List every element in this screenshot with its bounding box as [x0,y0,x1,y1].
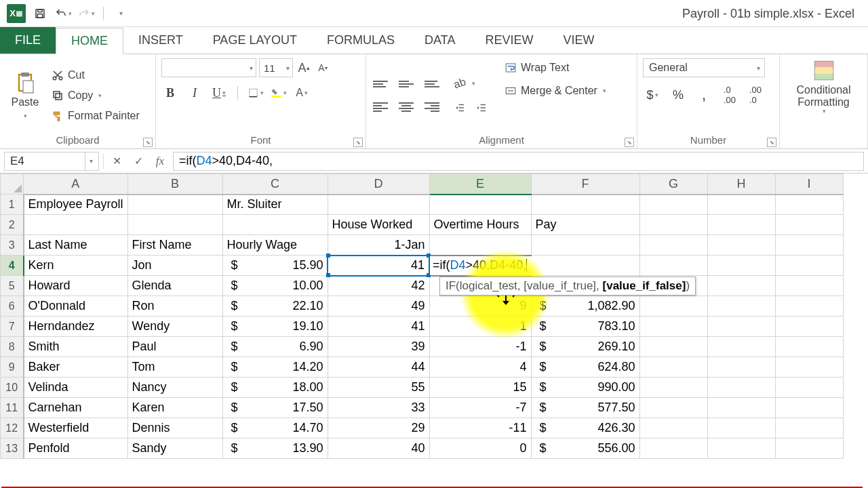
cell[interactable] [639,256,707,276]
cell[interactable]: Tom [127,357,222,378]
col-header-C[interactable]: C [222,174,328,195]
cell[interactable]: Paul [127,337,222,357]
cell[interactable]: Jon [127,256,222,276]
shrink-font-icon[interactable]: A▾ [315,60,331,76]
cell[interactable]: Nancy [127,378,222,398]
cell[interactable] [775,378,843,398]
col-header-E[interactable]: E [429,174,531,195]
excel-icon[interactable]: X≣ [7,4,26,23]
cell[interactable]: $990.00 [531,378,639,398]
row-header-10[interactable]: 10 [1,378,24,398]
paste-button[interactable]: Paste▾ [5,58,45,133]
merge-center-button[interactable]: Merge & Center▾ [499,81,612,100]
cell[interactable] [775,418,843,439]
cell[interactable] [707,317,775,337]
cell[interactable]: -11 [429,418,531,439]
cell[interactable]: Dennis [127,418,222,439]
cell[interactable] [639,337,707,357]
cell[interactable]: $22.10 [222,296,328,317]
bold-button[interactable]: B [161,84,179,102]
cancel-formula-icon[interactable]: ✕ [108,152,125,170]
worksheet-grid[interactable]: A B C D E F G H I 1 Employee Payroll Mr.… [0,174,868,459]
col-header-H[interactable]: H [707,174,775,195]
cell[interactable]: Glenda [127,276,222,296]
cell[interactable]: Mr. Sluiter [222,195,328,215]
cell[interactable]: Herndandez [24,317,128,337]
increase-indent-icon[interactable] [473,100,490,116]
cell[interactable] [707,378,775,398]
active-cell[interactable]: =if(D4>40,D4-40, [429,256,531,276]
col-header-F[interactable]: F [531,174,639,195]
row-header-3[interactable]: 3 [1,235,24,256]
cell[interactable] [707,337,775,357]
font-launcher-icon[interactable]: ⬊ [353,138,363,147]
cell[interactable] [775,296,843,317]
cell[interactable]: -7 [429,398,531,418]
tab-page-layout[interactable]: PAGE LAYOUT [198,27,312,54]
font-family-select[interactable] [161,58,256,77]
comma-format-icon[interactable]: , [694,87,713,103]
cell[interactable] [707,357,775,378]
table-row[interactable]: 9 Baker Tom $14.20 44 4 $624.80 [1,357,844,378]
tab-file[interactable]: FILE [0,27,56,54]
cell[interactable] [707,439,775,459]
align-middle-icon[interactable] [397,77,415,92]
table-row[interactable]: 10 Velinda Nancy $18.00 55 15 $990.00 [1,378,844,398]
row-header-5[interactable]: 5 [1,276,24,296]
cell[interactable] [707,398,775,418]
cell[interactable]: $783.10 [531,317,639,337]
cell[interactable]: $426.30 [531,418,639,439]
cell[interactable]: House Worked [328,215,429,235]
insert-function-icon[interactable]: fx [151,152,169,170]
orientation-icon[interactable]: ab [450,73,471,94]
cell[interactable]: 44 [328,357,429,378]
row-2[interactable]: 2 House Worked Overtime Hours Pay [1,215,844,235]
cell[interactable]: Sandy [127,439,222,459]
italic-button[interactable]: I [186,84,203,102]
formula-input[interactable]: =if(D4>40,D4-40, [173,152,864,171]
cell[interactable]: 15 [429,378,531,398]
cell[interactable] [775,276,843,296]
tab-review[interactable]: REVIEW [470,27,548,54]
border-icon[interactable]: ▾ [248,85,264,101]
cell[interactable]: Carnehan [24,398,128,418]
row-header-12[interactable]: 12 [1,418,24,439]
alignment-launcher-icon[interactable]: ⬊ [625,138,634,147]
col-header-B[interactable]: B [127,174,222,195]
row-header-7[interactable]: 7 [1,317,24,337]
cell[interactable]: $19.10 [222,317,328,337]
accounting-format-icon[interactable]: $▾ [643,87,662,103]
cell[interactable] [775,337,843,357]
cell[interactable] [775,317,843,337]
cell[interactable]: $13.90 [222,439,328,459]
table-row[interactable]: 11 Carnehan Karen $17.50 33 -7 $577.50 [1,398,844,418]
cell[interactable]: Howard [24,276,128,296]
cell[interactable]: Velinda [24,378,128,398]
cell[interactable] [639,378,707,398]
cell[interactable]: $17.50 [222,398,328,418]
format-painter-button[interactable]: Format Painter [52,107,140,125]
cell[interactable]: $556.00 [531,439,639,459]
row-header-1[interactable]: 1 [1,195,24,215]
conditional-formatting-button[interactable]: Conditional Formatting▾ [785,58,862,115]
decrease-indent-icon[interactable] [452,100,468,116]
align-bottom-icon[interactable] [423,77,441,92]
row-3[interactable]: 3 Last Name First Name Hourly Wage 1-Jan [1,235,844,256]
cell[interactable]: 1-Jan [328,235,429,256]
cell[interactable]: 29 [328,418,429,439]
row-header-13[interactable]: 13 [1,439,24,459]
cell[interactable]: 4 [429,357,531,378]
table-row[interactable]: 6 O'Donnald Ron $22.10 49 9 $1,082.90 [1,296,844,317]
cell[interactable] [639,357,707,378]
cell[interactable]: 33 [328,398,429,418]
cell[interactable]: $15.90 [222,256,328,276]
tab-view[interactable]: VIEW [548,27,609,54]
cell[interactable] [707,418,775,439]
fill-color-icon[interactable]: ▾ [271,85,287,101]
row-header-11[interactable]: 11 [1,398,24,418]
cell[interactable]: 9 [429,296,531,317]
cell[interactable]: 0 [429,439,531,459]
tab-home[interactable]: HOME [56,28,123,54]
col-header-I[interactable]: I [775,174,843,195]
font-color-icon[interactable]: A▾ [294,85,310,101]
